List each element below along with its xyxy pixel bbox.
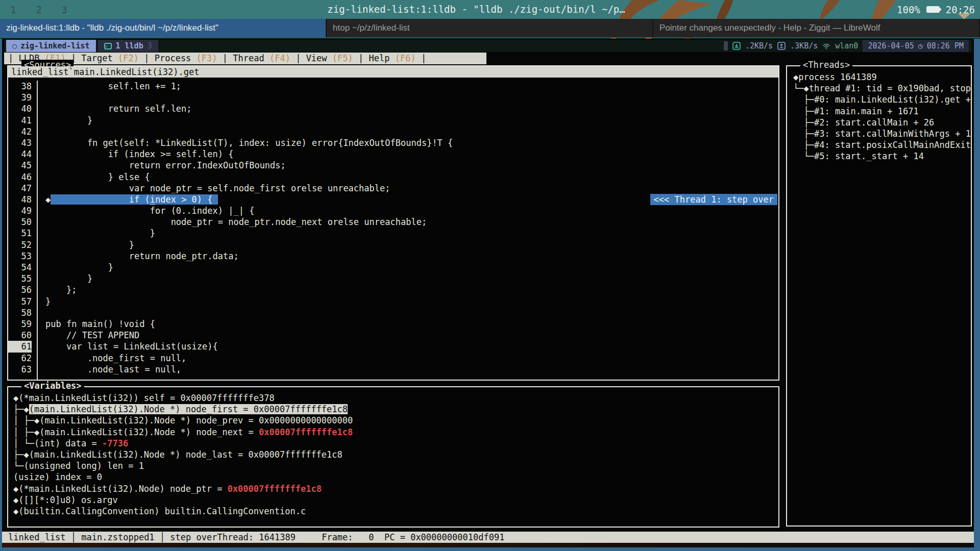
time: 08:26 PM xyxy=(927,40,964,52)
source-line[interactable]: 49 for (0..index) |_| { xyxy=(8,205,778,216)
code-text: // TEST APPEND xyxy=(45,330,139,341)
source-line[interactable]: 59pub fn main() !void { xyxy=(8,318,778,330)
source-line[interactable]: 61 var list = LinkedList(usize){ xyxy=(8,341,778,352)
variable-row[interactable]: │ └─(int) data = -7736 xyxy=(8,438,778,449)
source-line[interactable]: 62 .node_first = null, xyxy=(8,353,778,364)
code-text: var list = LinkedList(usize){ xyxy=(45,341,218,352)
status-segment-2: main.zstopped1 xyxy=(81,532,154,542)
variable-row[interactable]: └─(unsigned long) len = 1 xyxy=(8,460,778,471)
window-tab-3[interactable]: Pointer changes unexpectedly - Help - Zi… xyxy=(653,19,980,37)
session-name: zig-linked-list xyxy=(20,40,89,52)
terminal-window[interactable]: ○ zig-linked-list >_ 1 lldb 3 .2KB/s .3K… xyxy=(2,39,974,543)
variable-row[interactable]: (usize) index = 0 xyxy=(8,471,778,483)
window-label: 1 lldb xyxy=(116,40,143,52)
menu-fkey: (F3) xyxy=(197,53,217,63)
workspace-button-3[interactable]: 3 xyxy=(59,4,69,16)
thread-frame[interactable]: ├─#1: main.main + 1671 xyxy=(787,106,971,117)
battery-percentage: 100% xyxy=(897,4,920,15)
thread-frame[interactable]: └─#5: start._start + 14 xyxy=(787,151,971,162)
variable-row[interactable]: ◆(*main.LinkedList(i32).Node) node_ptr =… xyxy=(8,483,778,494)
code-text: pub fn main() !void { xyxy=(45,318,155,330)
code-text: for (0..index) |_| { xyxy=(45,205,254,216)
variable-row[interactable]: ◆(*main.LinkedList(i32)) self = 0x00007f… xyxy=(8,392,778,404)
window-tab-1[interactable]: zig-linked-list:1:lldb - "lldb ./zig-out… xyxy=(0,19,327,37)
source-line[interactable]: 41 } xyxy=(8,115,778,126)
source-line[interactable]: 60 // TEST APPEND xyxy=(8,330,778,341)
menu-thread[interactable]: Thread (F4) xyxy=(233,53,290,63)
changed-value: -7736 xyxy=(102,438,128,448)
variable-text: └─(unsigned long) len = 1 xyxy=(13,461,144,471)
threads-panel-title: <Threads> xyxy=(800,60,852,70)
menu-fkey: (F6) xyxy=(395,53,416,63)
source-line[interactable]: 46 } else { xyxy=(8,171,778,183)
menu-target[interactable]: Target (F2) xyxy=(81,53,139,63)
source-line[interactable]: 56 }; xyxy=(8,284,778,295)
thread-frame[interactable]: ├─#0: main.LinkedList(i32).get + xyxy=(787,94,971,105)
line-number: 46 xyxy=(8,171,32,183)
source-line[interactable]: 58 xyxy=(8,307,778,318)
line-number: 56 xyxy=(8,284,32,295)
download-icon xyxy=(732,42,741,50)
source-line[interactable]: 47 var node_ptr = self.node_first orelse… xyxy=(8,183,778,194)
tmux-status-bar: ○ zig-linked-list >_ 1 lldb 3 .2KB/s .3K… xyxy=(4,40,972,52)
upload-icon xyxy=(777,42,786,50)
window-flag: 3 xyxy=(148,40,152,52)
variable-row[interactable]: ├─◆(main.LinkedList(i32).Node *) node_la… xyxy=(8,449,778,460)
menu-label: Process xyxy=(155,53,191,63)
workspace-button-2[interactable]: 2 xyxy=(34,4,44,16)
workspace-button-1[interactable]: 1 xyxy=(8,4,18,16)
sources-panel: <Sources> linked_list`main.LinkedList(i3… xyxy=(7,65,779,381)
source-line[interactable]: 55 } xyxy=(8,273,778,284)
source-line[interactable]: 39 xyxy=(8,92,778,103)
menu-help[interactable]: Help (F6) xyxy=(369,53,416,63)
line-number: 42 xyxy=(8,126,32,137)
status-separator: │ xyxy=(155,532,170,542)
source-line[interactable]: 52 } xyxy=(8,239,778,251)
source-line[interactable]: 44 if (index >= self.len) { xyxy=(8,148,778,160)
variable-row[interactable]: │ ├─◆(main.LinkedList(i32).Node *) node_… xyxy=(8,415,778,426)
source-line[interactable]: 45 return error.IndexOutOfBounds; xyxy=(8,160,778,171)
source-line[interactable]: 57} xyxy=(8,296,778,307)
thread-frame[interactable]: └─◆thread #1: tid = 0x190bad, stop xyxy=(787,83,971,94)
variables-tree[interactable]: ◆(*main.LinkedList(i32)) self = 0x00007f… xyxy=(8,392,778,527)
tmux-window-tab[interactable]: >_ 1 lldb 3 xyxy=(98,40,158,52)
thread-frame[interactable]: ├─#3: start.callMainWithArgs + 12 xyxy=(787,128,971,139)
code-text: } xyxy=(45,228,155,239)
wifi-icon xyxy=(822,42,830,50)
source-line[interactable]: 43 fn get(self: *LinkedList(T), index: u… xyxy=(8,137,778,148)
thread-frame[interactable]: ├─#4: start.posixCallMainAndExit xyxy=(787,139,971,151)
source-line[interactable]: 38 self.len += 1; xyxy=(8,81,778,92)
process-row[interactable]: ◆process 1641389 xyxy=(787,71,971,83)
line-number: 38 xyxy=(8,81,32,92)
code-text: var node_ptr = self.node_first orelse un… xyxy=(45,183,390,194)
focused-window-title: zig-linked-list:1:lldb - "lldb ./zig-out… xyxy=(327,0,625,19)
menu-process[interactable]: Process (F3) xyxy=(155,53,217,63)
source-line[interactable]: 40 return self.len; xyxy=(8,103,778,114)
line-number: 53 xyxy=(8,251,32,262)
code-text: } xyxy=(45,262,113,273)
net-down-rate: .2KB/s xyxy=(745,40,773,52)
source-line[interactable]: 42 xyxy=(8,126,778,137)
source-line[interactable]: 63 .node_last = null, xyxy=(8,364,778,375)
menu-label: Thread xyxy=(233,53,264,63)
clock-icon: ◷ xyxy=(918,40,923,52)
thread-frame[interactable]: ├─#2: start.callMain + 26 xyxy=(787,117,971,128)
variable-row[interactable]: ◆(builtin.CallingConvention) builtin.Cal… xyxy=(8,506,778,517)
threads-tree[interactable]: ◆process 1641389└─◆thread #1: tid = 0x19… xyxy=(787,71,971,525)
code-text: } xyxy=(45,296,51,307)
variable-text: ├─◆ xyxy=(13,404,29,414)
variable-row[interactable]: ├─◆(main.LinkedList(i32).Node *) node_fi… xyxy=(8,404,778,415)
source-line[interactable]: 54 } xyxy=(8,262,778,273)
variable-row[interactable]: ◆([][*:0]u8) os.argv xyxy=(8,494,778,506)
window-tab-2[interactable]: htop ~/p/z/linked-list xyxy=(327,19,653,37)
source-code-area[interactable]: 38 self.len += 1;3940 return self.len;41… xyxy=(8,81,778,380)
source-line[interactable]: 50 node_ptr = node_ptr.node_next orelse … xyxy=(8,216,778,228)
source-line[interactable]: 53 return node_ptr.data; xyxy=(8,251,778,262)
pc-marker-icon: ◆ xyxy=(45,194,51,205)
source-line[interactable]: 51 } xyxy=(8,228,778,239)
tmux-session-tab[interactable]: ○ zig-linked-list xyxy=(6,40,96,52)
code-text: return self.len; xyxy=(45,103,192,114)
menu-view[interactable]: View (F5) xyxy=(306,53,353,63)
variable-row[interactable]: │ ├─◆(main.LinkedList(i32).Node *) node_… xyxy=(8,427,778,438)
code-text: return node_ptr.data; xyxy=(45,251,239,262)
